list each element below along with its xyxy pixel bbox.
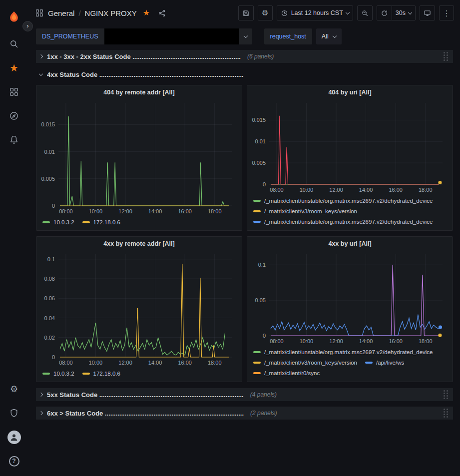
sidebar-collapse-button[interactable]: › — [22, 21, 33, 31]
legend-item[interactable]: /_matrix/client/r0/sync — [253, 369, 320, 377]
dashboard-toolbar: General / NGINX PROXY ★ ⚙ — [28, 0, 460, 26]
kebab-menu-button[interactable]: ⋮ — [439, 5, 454, 20]
legend-item[interactable]: /api/live/ws — [365, 359, 404, 367]
panel-title[interactable]: 404 by uri [All] — [247, 85, 453, 99]
request-host-variable-select[interactable]: All — [316, 28, 342, 44]
save-dashboard-button[interactable] — [238, 5, 254, 20]
svg-text:08:00: 08:00 — [59, 360, 73, 366]
legend-label: /_matrix/client/unstable/org.matrix.msc2… — [264, 218, 433, 226]
svg-text:08:00: 08:00 — [270, 338, 284, 344]
svg-text:18:00: 18:00 — [208, 208, 222, 214]
svg-text:16:00: 16:00 — [178, 208, 192, 214]
panel-chart[interactable]: 00.0050.010.01508:0010:0012:0014:0016:00… — [38, 99, 238, 216]
chevron-right-icon — [39, 411, 43, 415]
legend-item[interactable]: 172.18.0.6 — [82, 218, 120, 226]
refresh-interval-label: 30s — [396, 9, 406, 16]
panel-title[interactable]: 404 by remote addr [All] — [36, 85, 242, 99]
legend-item[interactable]: /_matrix/client/unstable/org.matrix.msc2… — [253, 197, 433, 205]
legend-swatch-icon — [253, 362, 261, 364]
legend-item[interactable]: /_matrix/client/v3/room_keys/version — [253, 207, 357, 215]
starred-nav-icon[interactable]: ★ — [4, 58, 24, 78]
legend-swatch-icon — [253, 351, 261, 353]
legend-item[interactable]: 172.18.0.6 — [82, 370, 120, 378]
request-host-value: All — [322, 33, 329, 40]
refresh-interval-dropdown[interactable]: 30s — [392, 5, 416, 20]
legend-item[interactable]: /_matrix/client/v3/room_keys/version — [253, 359, 357, 367]
chevron-down-icon — [332, 34, 336, 38]
dashboards-grid-icon — [35, 8, 44, 17]
legend-item[interactable]: 10.0.3.2 — [42, 370, 74, 378]
chevron-down-icon — [243, 34, 247, 38]
svg-text:0.08: 0.08 — [44, 276, 55, 282]
refresh-icon — [381, 9, 388, 17]
explore-compass-icon[interactable] — [4, 106, 24, 126]
row-6xx-status-code[interactable]: 6xx > Status Code ......................… — [36, 407, 453, 420]
zoom-out-button[interactable] — [357, 5, 373, 20]
variables-bar: DS_PROMETHEUS request_host All — [28, 26, 460, 47]
legend-label: 172.18.0.6 — [93, 370, 120, 378]
legend-item[interactable]: /_matrix/client/unstable/org.matrix.msc2… — [253, 348, 433, 356]
svg-text:0.05: 0.05 — [255, 297, 266, 303]
legend-label: /_matrix/client/r0/sync — [264, 369, 320, 377]
row-drag-handle[interactable] — [442, 389, 450, 401]
svg-text:08:00: 08:00 — [59, 208, 73, 214]
row-5xx-status-code[interactable]: 5xx Status Code ........................… — [36, 388, 453, 401]
datasource-select-caret[interactable] — [239, 28, 252, 44]
chevron-right-icon — [39, 54, 43, 58]
row-1xx-3xx-2xx-status-code[interactable]: 1xx - 3xx - 2xx Status Code ............… — [36, 50, 453, 63]
user-avatar[interactable] — [4, 427, 24, 447]
share-button[interactable] — [158, 9, 166, 17]
legend-item[interactable]: /_matrix/client/v3/room_keys/version — [253, 228, 357, 230]
svg-text:0: 0 — [263, 181, 266, 187]
gear-icon: ⚙ — [262, 9, 268, 17]
server-admin-shield-icon[interactable] — [4, 403, 24, 423]
svg-text:14:00: 14:00 — [148, 360, 162, 366]
panel-chart[interactable]: 00.020.040.060.080.108:0010:0012:0014:00… — [38, 250, 238, 367]
svg-text:14:00: 14:00 — [359, 187, 373, 193]
time-range-picker[interactable]: Last 12 hours CST — [277, 5, 353, 20]
svg-text:0.015: 0.015 — [41, 121, 55, 127]
help-icon[interactable]: ? — [4, 451, 24, 471]
legend-label: /_matrix/client/unstable/org.matrix.msc2… — [264, 380, 433, 382]
panel-chart[interactable]: 00.050.108:0010:0012:0014:0016:0018:00 — [249, 250, 449, 346]
row-4xx-status-code[interactable]: 4xx Status Code ........................… — [36, 68, 453, 81]
dashboard-settings-button[interactable]: ⚙ — [258, 5, 273, 20]
panel-title[interactable]: 4xx by uri [All] — [247, 237, 453, 250]
svg-text:18:00: 18:00 — [208, 360, 222, 366]
row-title: 4xx Status Code ........................… — [47, 71, 244, 78]
breadcrumb-section[interactable]: General — [48, 9, 74, 17]
refresh-button[interactable] — [377, 5, 392, 20]
legend-item[interactable]: /_matrix/client/unstable/org.matrix.msc2… — [253, 380, 433, 382]
svg-text:0.015: 0.015 — [252, 117, 266, 123]
tv-mode-button[interactable] — [420, 5, 435, 20]
search-icon[interactable] — [4, 34, 24, 54]
nav-top-group: ★ — [4, 32, 24, 152]
alerting-bell-icon[interactable] — [4, 130, 24, 150]
legend-item[interactable]: /sw.js — [365, 228, 390, 230]
legend-item[interactable]: 10.0.3.2 — [42, 218, 74, 226]
svg-text:10:00: 10:00 — [89, 208, 103, 214]
legend-swatch-icon — [82, 373, 90, 375]
legend-swatch-icon — [253, 221, 261, 223]
legend-label: /_matrix/client/v3/room_keys/version — [264, 207, 357, 215]
legend-item[interactable]: /_matrix/client/unstable/org.matrix.msc2… — [253, 218, 433, 226]
row-title: 1xx - 3xx - 2xx Status Code ............… — [47, 53, 241, 60]
save-icon — [242, 9, 250, 17]
panel-title-text: 404 by remote addr [All] — [103, 89, 174, 96]
panel-chart[interactable]: 00.0050.010.01508:0010:0012:0014:0016:00… — [249, 99, 449, 194]
share-icon — [158, 9, 166, 17]
configuration-gear-icon[interactable]: ⚙ — [4, 379, 24, 399]
panel-legend: /_matrix/client/unstable/org.matrix.msc2… — [247, 346, 453, 382]
row-drag-handle[interactable] — [442, 407, 450, 419]
svg-text:08:00: 08:00 — [270, 187, 284, 193]
dashboards-nav-icon[interactable] — [4, 82, 24, 102]
row-drag-handle[interactable] — [442, 50, 450, 62]
grafana-logo[interactable] — [4, 7, 24, 27]
chevron-right-icon — [39, 393, 43, 397]
svg-text:0.005: 0.005 — [41, 176, 55, 182]
datasource-variable-select[interactable] — [104, 28, 239, 44]
panel-grid: 404 by remote addr [All] 00.0050.010.015… — [36, 85, 453, 382]
panel-title[interactable]: 4xx by remote addr [All] — [36, 237, 242, 250]
svg-text:0.005: 0.005 — [252, 160, 266, 166]
favorite-star-button[interactable]: ★ — [143, 9, 150, 17]
